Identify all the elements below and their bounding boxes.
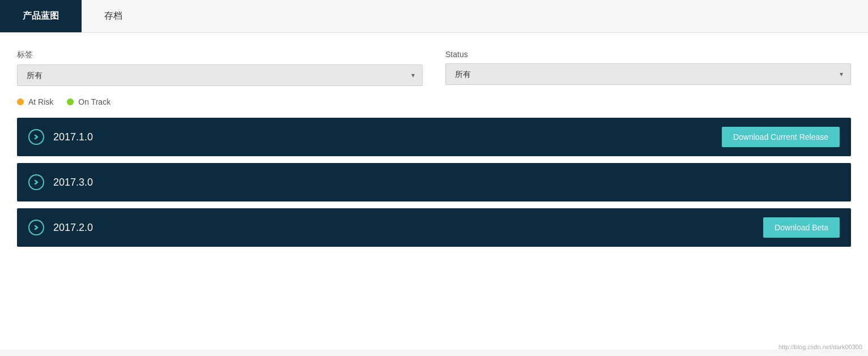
expand-icon-2017-1-0[interactable] — [28, 129, 44, 145]
watermark: http://blog.csdn.net/dark00300 — [778, 344, 862, 350]
tab-blueprint[interactable]: 产品蓝图 — [0, 0, 82, 32]
download-beta-button[interactable]: Download Beta — [763, 217, 840, 238]
tag-select-wrapper: 所有 ▾ — [17, 65, 423, 86]
legend: At Risk On Track — [17, 97, 851, 106]
status-filter-label: Status — [445, 50, 851, 59]
releases-list: 2017.1.0 Download Current Release 2017.3… — [17, 118, 851, 247]
tag-select[interactable]: 所有 — [17, 65, 423, 86]
on-track-dot — [67, 98, 74, 105]
on-track-label: On Track — [78, 97, 110, 106]
tag-filter-group: 标签 所有 ▾ — [17, 50, 423, 86]
expand-icon-2017-3-0[interactable] — [28, 174, 44, 190]
tab-archive[interactable]: 存档 — [82, 0, 145, 32]
release-row-2017-3-0: 2017.3.0 — [17, 163, 851, 201]
legend-at-risk: At Risk — [17, 97, 53, 106]
status-select-wrapper: 所有 ▾ — [445, 63, 851, 85]
header-tabs: 产品蓝图 存档 — [0, 0, 868, 33]
legend-on-track: On Track — [67, 97, 110, 106]
release-version-2017-1-0: 2017.1.0 — [53, 131, 722, 143]
at-risk-dot — [17, 98, 24, 105]
release-version-2017-2-0: 2017.2.0 — [53, 222, 763, 234]
expand-icon-2017-2-0[interactable] — [28, 220, 44, 235]
tag-filter-label: 标签 — [17, 50, 423, 60]
status-filter-group: Status 所有 ▾ — [445, 50, 851, 86]
status-select[interactable]: 所有 — [445, 63, 851, 85]
release-row-2017-1-0: 2017.1.0 Download Current Release — [17, 118, 851, 156]
release-row-2017-2-0: 2017.2.0 Download Beta — [17, 208, 851, 247]
filters-row: 标签 所有 ▾ Status 所有 ▾ — [17, 50, 851, 86]
download-current-release-button[interactable]: Download Current Release — [722, 127, 840, 147]
at-risk-label: At Risk — [28, 97, 53, 106]
main-content: 标签 所有 ▾ Status 所有 ▾ At Risk — [0, 33, 868, 350]
release-version-2017-3-0: 2017.3.0 — [53, 177, 840, 188]
